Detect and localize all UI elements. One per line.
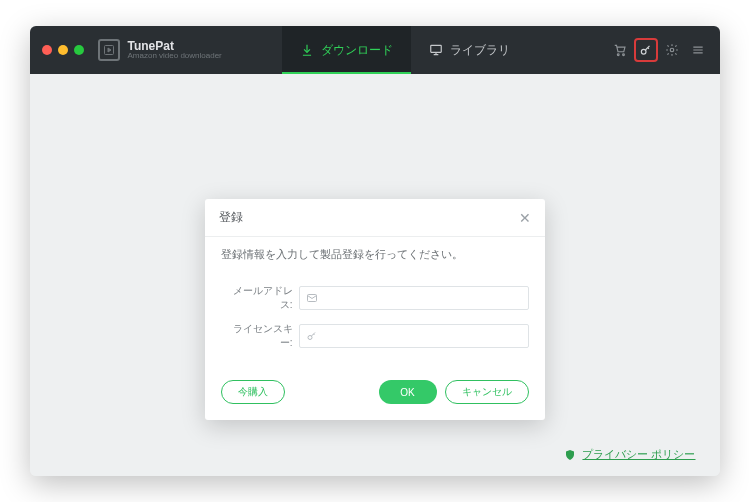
tab-library-label: ライブラリ <box>450 42 510 59</box>
privacy-link[interactable]: プライバシー ポリシー <box>582 447 695 462</box>
dialog-subtitle: 登録情報を入力して製品登録を行ってください。 <box>205 237 545 266</box>
email-row: メールアドレス: <box>221 284 529 312</box>
license-input-wrap[interactable] <box>299 324 529 348</box>
dialog-title: 登録 <box>219 209 243 226</box>
app-subtitle: Amazon video downloader <box>128 52 222 60</box>
svg-point-5 <box>641 49 646 54</box>
email-input-wrap[interactable] <box>299 286 529 310</box>
content-area: 登録 ✕ 登録情報を入力して製品登録を行ってください。 メールアドレス: ライセ… <box>30 74 720 476</box>
svg-rect-2 <box>431 45 442 52</box>
cancel-button[interactable]: キャンセル <box>445 380 529 404</box>
svg-point-4 <box>622 54 624 56</box>
minimize-window-button[interactable] <box>58 45 68 55</box>
tab-download-label: ダウンロード <box>321 42 393 59</box>
mail-icon <box>306 292 318 304</box>
buy-now-button[interactable]: 今購入 <box>221 380 285 404</box>
window-controls <box>42 45 84 55</box>
dialog-footer: 今購入 OK キャンセル <box>205 372 545 420</box>
email-label: メールアドレス: <box>221 284 299 312</box>
app-window: TunePat Amazon video downloader ダウンロード ラ… <box>30 26 720 476</box>
register-button[interactable] <box>636 40 656 60</box>
brand: TunePat Amazon video downloader <box>98 39 222 61</box>
menu-icon <box>691 43 705 57</box>
key-icon <box>639 43 653 57</box>
gear-icon <box>665 43 679 57</box>
cart-icon <box>613 43 627 57</box>
license-field[interactable] <box>318 331 522 342</box>
close-icon: ✕ <box>519 210 531 226</box>
close-window-button[interactable] <box>42 45 52 55</box>
ok-button[interactable]: OK <box>379 380 437 404</box>
maximize-window-button[interactable] <box>74 45 84 55</box>
tab-download[interactable]: ダウンロード <box>282 26 411 74</box>
svg-marker-1 <box>108 48 111 52</box>
register-dialog: 登録 ✕ 登録情報を入力して製品登録を行ってください。 メールアドレス: ライセ… <box>205 199 545 420</box>
license-row: ライセンスキー: <box>221 322 529 350</box>
dialog-close-button[interactable]: ✕ <box>519 211 531 225</box>
svg-point-8 <box>308 336 312 340</box>
monitor-icon <box>429 43 443 57</box>
settings-button[interactable] <box>662 40 682 60</box>
main-tabs: ダウンロード ライブラリ <box>282 26 528 74</box>
shield-icon <box>564 449 576 461</box>
email-field[interactable] <box>318 293 522 304</box>
svg-point-3 <box>617 54 619 56</box>
license-label: ライセンスキー: <box>221 322 299 350</box>
titlebar-actions <box>610 40 708 60</box>
cart-button[interactable] <box>610 40 630 60</box>
titlebar: TunePat Amazon video downloader ダウンロード ラ… <box>30 26 720 74</box>
download-icon <box>300 43 314 57</box>
key-small-icon <box>306 330 318 342</box>
menu-button[interactable] <box>688 40 708 60</box>
svg-point-6 <box>670 48 674 52</box>
footer: プライバシー ポリシー <box>564 447 695 462</box>
dialog-header: 登録 ✕ <box>205 199 545 237</box>
register-form: メールアドレス: ライセンスキー: <box>205 266 545 372</box>
tab-library[interactable]: ライブラリ <box>411 26 528 74</box>
app-logo-icon <box>98 39 120 61</box>
